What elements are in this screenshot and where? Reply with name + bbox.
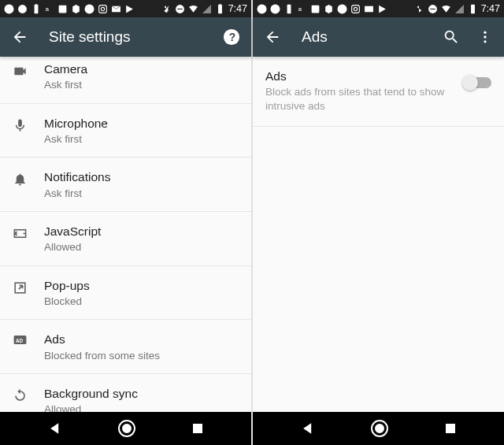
camera-icon [13, 61, 44, 79]
svg-point-36 [484, 32, 486, 34]
ads-icon: AD [13, 332, 44, 346]
phone-left: a [0, 0, 251, 445]
setting-sub: Ask first [44, 187, 239, 201]
page-title: Site settings [49, 28, 131, 46]
ads-toggle-row[interactable]: Ads Block ads from sites that tend to sh… [253, 57, 504, 127]
setting-sub: Allowed [44, 240, 239, 254]
setting-sub: Blocked from some sites [44, 349, 239, 363]
svg-rect-9 [177, 8, 183, 9]
chat-icon [270, 4, 280, 14]
messenger2-icon [337, 4, 347, 14]
setting-title: JavaScript [44, 224, 239, 239]
svg-text:a: a [46, 5, 50, 12]
svg-rect-24 [193, 424, 202, 433]
nav-bar [0, 412, 251, 445]
setting-sub: Allowed [44, 402, 239, 412]
svg-rect-29 [312, 5, 320, 13]
svg-rect-2 [35, 4, 37, 5]
battery-icon [468, 4, 478, 14]
svg-point-25 [258, 4, 267, 13]
svg-rect-1 [34, 4, 38, 13]
wifi-icon [188, 4, 198, 14]
status-time: 7:47 [228, 3, 247, 14]
svg-text:a: a [298, 5, 302, 12]
status-right-icons: 7:47 [161, 3, 247, 14]
svg-rect-4 [59, 5, 67, 13]
maps-icon [71, 4, 81, 14]
svg-point-5 [85, 4, 94, 13]
nav-recent-icon[interactable] [191, 421, 205, 436]
amazon-icon: a [44, 4, 54, 14]
svg-rect-34 [430, 8, 435, 9]
setting-microphone[interactable]: Microphone Ask first [0, 104, 251, 158]
ads-switch[interactable] [465, 77, 491, 88]
dnd-icon [175, 4, 185, 14]
status-time: 7:47 [481, 3, 500, 14]
wifi-icon [441, 4, 451, 14]
setting-popups[interactable]: Pop-ups Blocked [0, 266, 251, 321]
js-icon [13, 224, 44, 241]
svg-point-26 [271, 4, 280, 13]
ads-title: Ads [265, 69, 457, 83]
gallery-icon [310, 4, 321, 14]
play-icon [124, 4, 135, 14]
nav-home-icon[interactable] [370, 419, 389, 438]
status-bar: a [0, 0, 251, 17]
ads-sub: Block ads from sites that tend to show i… [265, 85, 457, 113]
svg-point-30 [338, 4, 347, 13]
app-bar-left: Site settings ? [0, 17, 251, 57]
bluetooth-icon [161, 4, 172, 14]
setting-title: Camera [44, 61, 239, 77]
amazon-icon: a [297, 4, 307, 14]
back-icon[interactable] [11, 28, 28, 46]
nav-back-icon[interactable] [47, 421, 63, 436]
more-icon[interactable] [477, 29, 493, 45]
nav-back-icon[interactable] [300, 421, 316, 436]
setting-ads[interactable]: AD Ads Blocked from some sites [0, 320, 251, 374]
dnd-icon [428, 4, 438, 14]
setting-sub: Blocked [44, 295, 239, 309]
setting-camera[interactable]: Camera Ask first [0, 57, 251, 104]
svg-point-23 [123, 425, 131, 432]
battery-icon [215, 4, 225, 14]
nav-home-icon[interactable] [117, 419, 136, 438]
instagram-icon [350, 4, 361, 14]
svg-rect-35 [471, 4, 475, 13]
svg-point-38 [484, 40, 486, 43]
svg-point-0 [5, 4, 14, 13]
setting-javascript[interactable]: JavaScript Allowed [0, 212, 251, 266]
setting-title: Ads [44, 332, 239, 347]
status-left-icons: a [257, 4, 387, 14]
messenger2-icon [84, 4, 94, 14]
bell-icon [13, 169, 44, 187]
signal-icon [202, 4, 212, 14]
svg-rect-6 [99, 5, 107, 13]
svg-text:AD: AD [16, 338, 24, 343]
instagram-icon [98, 4, 108, 14]
settings-list: Camera Ask first Microphone Ask first No… [0, 57, 251, 412]
setting-notifications[interactable]: Notifications Ask first [0, 158, 251, 212]
app-bar-right: Ads [253, 17, 504, 57]
back-icon[interactable] [264, 28, 281, 46]
setting-background-sync[interactable]: Background sync Allowed [0, 374, 251, 412]
mail-icon [364, 4, 374, 14]
setting-title: Background sync [44, 386, 239, 402]
nav-recent-icon[interactable] [443, 421, 458, 436]
svg-point-37 [484, 35, 486, 38]
messenger-icon [257, 4, 267, 14]
popup-icon [13, 278, 44, 295]
switch-knob [462, 75, 478, 91]
search-icon[interactable] [443, 28, 460, 46]
svg-point-32 [354, 7, 357, 10]
battery-alert-icon [31, 4, 41, 14]
svg-rect-27 [287, 4, 291, 13]
setting-sub: Ask first [44, 132, 239, 146]
setting-title: Microphone [44, 116, 239, 132]
mail-icon [111, 4, 121, 14]
gallery-icon [57, 4, 68, 14]
svg-rect-11 [219, 4, 220, 5]
bluetooth-icon [414, 4, 424, 14]
svg-rect-41 [446, 424, 455, 433]
setting-title: Pop-ups [44, 278, 239, 294]
help-icon[interactable]: ? [223, 28, 240, 46]
